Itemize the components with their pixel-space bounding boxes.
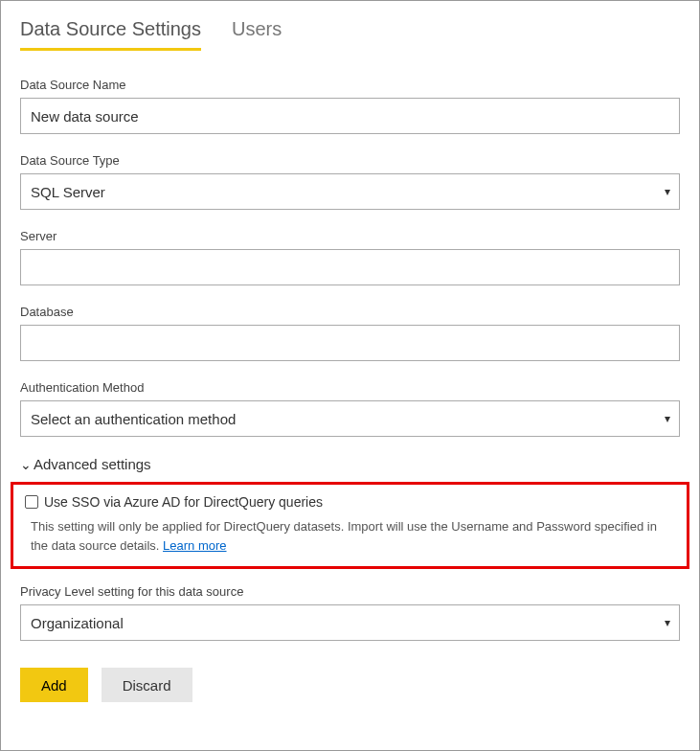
sso-checkbox[interactable]: [25, 495, 38, 509]
privacy-level-label: Privacy Level setting for this data sour…: [20, 584, 680, 599]
sso-checkbox-label: Use SSO via Azure AD for DirectQuery que…: [44, 494, 323, 510]
server-label: Server: [20, 229, 680, 243]
data-source-type-select[interactable]: SQL Server: [20, 173, 680, 210]
sso-highlight-box: Use SSO via Azure AD for DirectQuery que…: [11, 482, 689, 569]
data-source-name-input[interactable]: [20, 98, 680, 134]
add-button[interactable]: Add: [20, 668, 88, 702]
learn-more-link[interactable]: Learn more: [163, 538, 226, 553]
tab-data-source-settings[interactable]: Data Source Settings: [20, 18, 201, 51]
auth-method-select[interactable]: Select an authentication method: [20, 400, 680, 437]
chevron-down-icon: ⌄: [20, 457, 32, 472]
discard-button[interactable]: Discard: [102, 668, 192, 702]
tabs: Data Source Settings Users: [20, 18, 680, 51]
data-source-name-label: Data Source Name: [20, 78, 680, 92]
sso-help-text: This setting will only be applied for Di…: [25, 517, 675, 555]
advanced-settings-label: Advanced settings: [34, 456, 151, 472]
auth-method-label: Authentication Method: [20, 380, 680, 395]
server-input[interactable]: [20, 249, 680, 285]
privacy-level-select[interactable]: Organizational: [20, 604, 680, 641]
data-source-type-label: Data Source Type: [20, 153, 680, 168]
database-label: Database: [20, 305, 680, 319]
database-input[interactable]: [20, 325, 680, 361]
advanced-settings-toggle[interactable]: ⌄ Advanced settings: [20, 456, 680, 472]
tab-users[interactable]: Users: [232, 18, 282, 51]
